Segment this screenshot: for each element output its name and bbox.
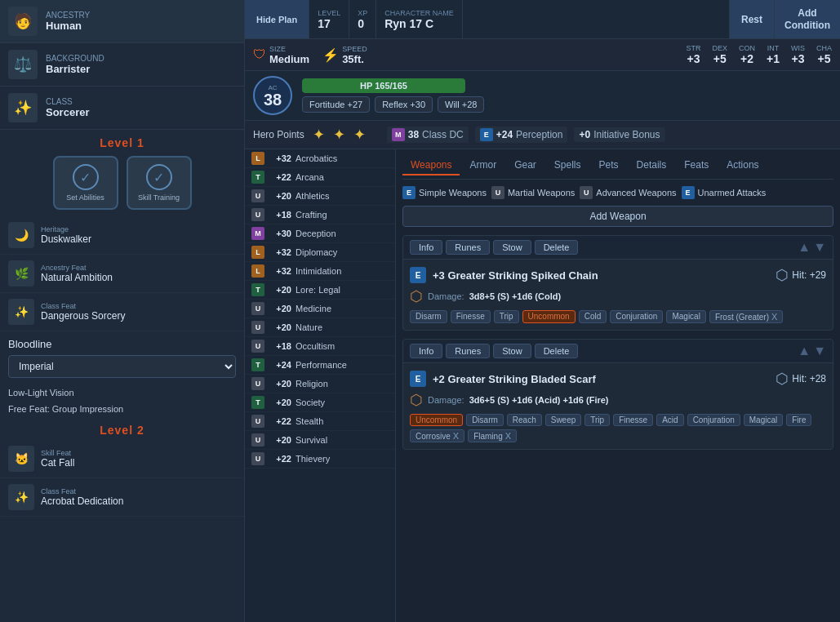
weapon-1-action-runes[interactable]: Runes — [446, 344, 490, 358]
skill-item-stealth[interactable]: U +22 Stealth — [245, 412, 395, 431]
hide-plan-button[interactable]: Hide Plan — [245, 0, 309, 38]
skill-mod-15: +20 — [269, 435, 291, 445]
tab-pets[interactable]: Pets — [591, 156, 627, 175]
bloodline-section: Bloodline Imperial — [0, 331, 244, 384]
rest-button[interactable]: Rest — [729, 0, 774, 38]
weapon-name-row-0: E +3 Greater Striking Spiked Chain ⬡ Hit… — [410, 266, 826, 284]
ancestry-feat-info: Ancestry Feat Natural Ambition — [41, 264, 113, 283]
weapon-prof-label-2: Advanced Weapons — [596, 188, 676, 198]
skill-prof-16: U — [251, 452, 264, 465]
skill-item-performance[interactable]: T +24 Performance — [245, 356, 395, 375]
heritage-item[interactable]: 🌙 Heritage Duskwalker — [0, 216, 244, 255]
skill-item-crafting[interactable]: U +18 Crafting — [245, 206, 395, 224]
skill-mod-4: +30 — [269, 229, 291, 238]
background-card[interactable]: ⚖️ Background Barrister — [0, 43, 244, 87]
weapon-0-tag-7[interactable]: Frost (Greater)X — [709, 310, 783, 323]
weapon-1-tag-12-remove[interactable]: X — [505, 431, 511, 441]
class-info: Class Sorcerer — [46, 97, 89, 118]
dc-row-item-0[interactable]: M38Class DC — [387, 127, 469, 143]
skill-item-nature[interactable]: U +20 Nature — [245, 318, 395, 337]
hero-star-3[interactable]: ✦ — [353, 126, 366, 144]
skill-name-12: Religion — [296, 379, 389, 389]
dice-icon-0: ⬡ — [776, 266, 789, 284]
weapon-prof-2: UAdvanced Weapons — [580, 186, 676, 199]
level2-class-feat-item[interactable]: ✨ Class Feat Acrobat Dedication — [0, 478, 244, 517]
tab-armor[interactable]: Armor — [461, 156, 504, 175]
class-feat-item[interactable]: ✨ Class Feat Dangerous Sorcery — [0, 293, 244, 331]
damage-value-1: 3d6+5 (S) +1d6 (Acid) +1d6 (Fire) — [469, 395, 609, 405]
skill-prof-8: U — [251, 302, 264, 315]
weapon-0-action-stow[interactable]: Stow — [493, 240, 531, 255]
weapon-1-action-delete[interactable]: Delete — [535, 344, 579, 358]
add-condition-button[interactable]: AddCondition — [774, 0, 840, 38]
skill-item-survival[interactable]: U +20 Survival — [245, 431, 395, 450]
top-bar: Hide Plan Level 17 XP 0 Character Name R… — [245, 0, 840, 39]
trait-group-impression: Free Feat: Group Impression — [0, 401, 244, 417]
tab-spells[interactable]: Spells — [546, 156, 589, 175]
skill-mod-8: +20 — [269, 304, 291, 313]
trait-low-light: Low-Light Vision — [0, 384, 244, 401]
add-weapon-button[interactable]: Add Weapon — [402, 206, 833, 227]
skill-training-button[interactable]: ✓ Skill Training — [127, 156, 192, 210]
dc-row-item-2[interactable]: +0Initiative Bonus — [574, 127, 664, 142]
weapon-prof-badge-0: E — [402, 186, 416, 199]
ancestry-feat-item[interactable]: 🌿 Ancestry Feat Natural Ambition — [0, 255, 244, 293]
weapon-0-dots[interactable]: ▲▼ — [798, 240, 826, 255]
weapon-0-action-delete[interactable]: Delete — [535, 240, 579, 255]
weapon-0-action-info[interactable]: Info — [410, 240, 442, 255]
dc-value-0: 38 — [408, 129, 419, 140]
skill-item-acrobatics[interactable]: L +32 Acrobatics — [245, 149, 395, 168]
set-abilities-button[interactable]: ✓ Set Abilities — [53, 156, 118, 210]
weapon-damage-row-0: ⬡ Damage: 3d8+5 (S) +1d6 (Cold) — [410, 287, 826, 305]
save-badge-1[interactable]: Reflex +30 — [375, 96, 433, 113]
save-badge-2[interactable]: Will +28 — [438, 96, 484, 113]
xp-value: 0 — [358, 17, 367, 30]
hero-star-1[interactable]: ✦ — [313, 126, 325, 144]
weapon-hit-1: ⬡ Hit: +28 — [776, 370, 826, 388]
tab-weapons[interactable]: Weapons — [402, 156, 460, 175]
hero-star-2[interactable]: ✦ — [333, 126, 345, 144]
tab-actions[interactable]: Actions — [718, 156, 767, 175]
weapon-1-dots[interactable]: ▲▼ — [798, 344, 826, 358]
dc-row-item-1[interactable]: E+24Perception — [475, 127, 568, 143]
weapon-action-bar-0: InfoRunesStowDelete▲▼ — [403, 236, 833, 260]
main-content: L +32 Acrobatics T +22 Arcana U +20 Athl… — [245, 149, 840, 622]
skill-item-society[interactable]: T +20 Society — [245, 393, 395, 412]
skill-item-deception[interactable]: M +30 Deception — [245, 224, 395, 243]
skill-item-arcana[interactable]: T +22 Arcana — [245, 168, 395, 187]
skill-item-diplomacy[interactable]: L +32 Diplomacy — [245, 243, 395, 262]
tab-bar: WeaponsArmorGearSpellsPetsDetailsFeatsAc… — [402, 156, 833, 180]
tab-details[interactable]: Details — [629, 156, 675, 175]
skill-item-medicine[interactable]: U +20 Medicine — [245, 300, 395, 318]
skill-item-occultism[interactable]: U +18 Occultism — [245, 337, 395, 356]
class-feat-info: Class Feat Dangerous Sorcery — [41, 302, 125, 322]
class-card[interactable]: ✨ Class Sorcerer — [0, 87, 244, 130]
weapon-1-tag-10[interactable]: CorrosiveX — [410, 429, 464, 442]
skill-item-religion[interactable]: U +20 Religion — [245, 375, 395, 393]
damage-icon-0: ⬡ — [410, 287, 423, 305]
class-value: Sorcerer — [46, 106, 89, 118]
weapon-1-tag-12[interactable]: FlamingX — [468, 429, 517, 442]
tab-feats[interactable]: Feats — [676, 156, 717, 175]
weapon-0-tag-7-remove[interactable]: X — [771, 312, 777, 322]
prof-badge-0: M — [392, 128, 405, 141]
weapon-0-action-runes[interactable]: Runes — [446, 240, 490, 255]
bloodline-select[interactable]: Imperial — [8, 355, 236, 378]
skill-item-athletics[interactable]: U +20 Athletics — [245, 187, 395, 206]
skill-feat-item[interactable]: 🐱 Skill Feat Cat Fall — [0, 440, 244, 478]
skill-item-intimidation[interactable]: L +32 Intimidation — [245, 262, 395, 281]
weapon-1-action-info[interactable]: Info — [410, 344, 442, 358]
weapon-1-action-stow[interactable]: Stow — [493, 344, 531, 358]
skill-mod-0: +32 — [269, 153, 291, 163]
hp-bar[interactable]: HP 165/165 — [302, 78, 465, 93]
skill-item-lore:-legal[interactable]: T +20 Lore: Legal — [245, 281, 395, 300]
skill-name-4: Deception — [296, 229, 389, 238]
skill-prof-6: L — [251, 264, 264, 278]
tab-gear[interactable]: Gear — [506, 156, 544, 175]
ancestry-card[interactable]: 🧑 Ancestry Human — [0, 0, 244, 43]
skill-item-thievery[interactable]: U +22 Thievery — [245, 450, 395, 469]
size-icon: 🛡 — [253, 47, 266, 62]
save-badge-0[interactable]: Fortitude +27 — [302, 96, 370, 113]
weapon-1-tag-10-remove[interactable]: X — [453, 431, 459, 441]
weapon-main-0: E +3 Greater Striking Spiked Chain ⬡ Hit… — [403, 260, 833, 330]
